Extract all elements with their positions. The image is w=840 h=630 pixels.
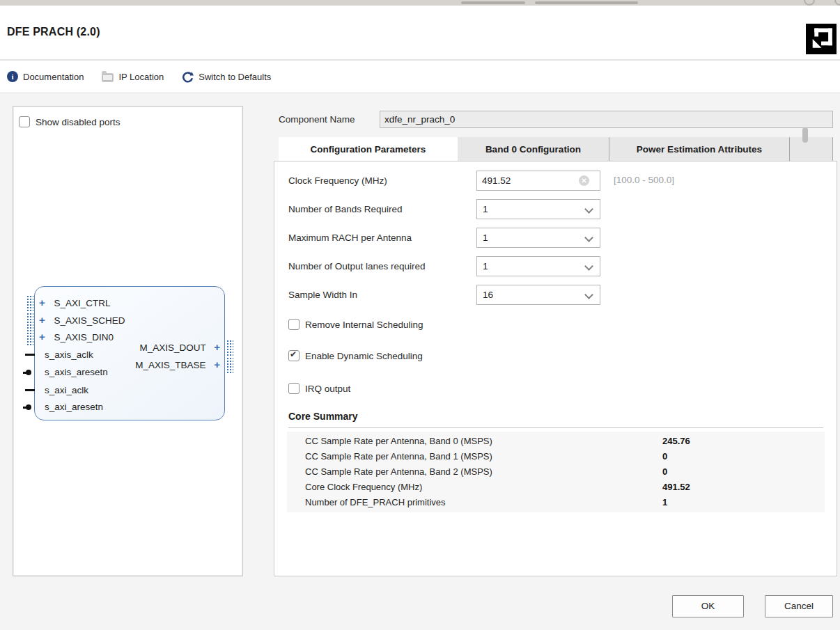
port-label: s_axis_aresetn	[45, 367, 108, 377]
cancel-button[interactable]: Cancel	[765, 595, 833, 617]
port-s-axi-aclk: s_axi_aclk	[45, 384, 88, 397]
bus-port-icon	[226, 339, 233, 356]
tab-configuration-parameters[interactable]: Configuration Parameters	[279, 137, 458, 161]
summary-label: Number of DFE_PRACH primitives	[305, 495, 446, 510]
dialog-header: DFE PRACH (2.0)	[0, 6, 840, 59]
port-s-axis-sched: + S_AXIS_SCHED	[39, 313, 125, 327]
switch-to-defaults-button[interactable]: Switch to Defaults	[182, 71, 271, 83]
enable-dynamic-scheduling-checkbox[interactable]: Enable Dynamic Scheduling	[288, 350, 423, 361]
ip-block-diagram: + S_AXI_CTRL + S_AXIS_SCHED + S_AXIS_DIN…	[34, 286, 225, 420]
summary-label: CC Sample Rate per Antenna, Band 2 (MSPS…	[305, 464, 492, 480]
summary-value: 0	[662, 449, 667, 464]
summary-label: Core Clock Frequency (MHz)	[305, 480, 422, 495]
select-value: 1	[483, 257, 488, 276]
divider	[0, 93, 840, 93]
summary-label: CC Sample Rate per Antenna, Band 0 (MSPS…	[305, 434, 492, 449]
select-value: 1	[483, 228, 488, 247]
port-label: s_axis_aclk	[45, 349, 93, 360]
expand-plus-icon[interactable]: +	[39, 314, 45, 326]
port-m-axis-dout: M_AXIS_DOUT +	[139, 340, 220, 354]
port-s-axis-aclk: s_axis_aclk	[45, 348, 93, 362]
component-name-field[interactable]	[380, 111, 833, 128]
summary-label: CC Sample Rate per Antenna, Band 1 (MSPS…	[305, 449, 492, 464]
select-value: 1	[483, 200, 488, 219]
summary-row: Number of DFE_PRACH primitives 1	[287, 495, 825, 510]
ports-preview-panel: Show disabled ports + S_AXI_CTRL + S_AXI…	[13, 106, 243, 576]
summary-row: CC Sample Rate per Antenna, Band 1 (MSPS…	[287, 449, 825, 464]
tab-scroll-thumb[interactable]	[802, 127, 808, 143]
max-rach-select[interactable]: 1	[476, 228, 600, 248]
port-s-axi-ctrl: + S_AXI_CTRL	[39, 296, 111, 310]
expand-plus-icon[interactable]: +	[39, 297, 45, 308]
chevron-down-icon	[584, 262, 593, 271]
summary-value: 491.52	[662, 480, 690, 495]
port-label: s_axi_aclk	[45, 385, 88, 395]
window-control-button[interactable]	[804, 0, 815, 6]
bands-required-select[interactable]: 1	[476, 199, 600, 219]
switch-to-defaults-label: Switch to Defaults	[199, 72, 271, 82]
show-disabled-ports-label: Show disabled ports	[36, 117, 120, 127]
clock-frequency-range-hint: [100.0 - 500.0]	[614, 175, 674, 185]
port-m-axis-tbase: M_AXIS_TBASE +	[135, 358, 220, 372]
summary-value: 1	[662, 495, 667, 510]
expand-plus-icon[interactable]: +	[214, 341, 220, 353]
output-lanes-select[interactable]: 1	[476, 256, 600, 276]
port-label: M_AXIS_TBASE	[135, 360, 205, 370]
ip-location-button[interactable]: IP Location	[102, 72, 164, 82]
checkbox-label: Remove Internal Scheduling	[305, 320, 423, 330]
tab-band-0-configuration[interactable]: Band 0 Configuration	[458, 137, 609, 161]
info-icon: i	[7, 71, 18, 82]
titlebar-text-smudge	[535, 1, 638, 4]
tab-label: Power Estimation Attributes	[637, 144, 762, 155]
irq-output-checkbox[interactable]: IRQ output	[288, 383, 350, 394]
chevron-down-icon	[584, 205, 593, 214]
clock-frequency-label: Clock Frequency (MHz)	[288, 171, 387, 191]
bus-port-icon	[26, 294, 33, 311]
titlebar-text-smudge	[461, 1, 525, 4]
ok-button[interactable]: OK	[672, 595, 744, 617]
summary-row: CC Sample Rate per Antenna, Band 2 (MSPS…	[287, 464, 825, 480]
remove-internal-scheduling-checkbox[interactable]: Remove Internal Scheduling	[288, 319, 423, 330]
checkbox-icon	[19, 116, 30, 127]
folder-icon	[102, 73, 114, 82]
window-control-button[interactable]	[834, 0, 840, 6]
clock-pin-icon	[25, 389, 35, 391]
checkbox-icon	[288, 383, 300, 394]
bands-required-label: Number of Bands Required	[288, 199, 403, 219]
tab-bar-filler	[790, 137, 833, 161]
port-label: s_axi_aresetn	[45, 402, 103, 412]
clear-input-icon[interactable]: ✕	[579, 175, 589, 186]
max-rach-label: Maximum RACH per Antenna	[288, 228, 412, 248]
chevron-down-icon	[584, 233, 593, 242]
tab-bar: Configuration Parameters Band 0 Configur…	[279, 137, 833, 161]
port-s-axi-aresetn: s_axi_aresetn	[45, 400, 103, 414]
summary-value: 245.76	[662, 434, 690, 449]
core-summary-title: Core Summary	[288, 411, 358, 422]
chevron-down-icon	[584, 290, 593, 299]
refresh-icon	[182, 71, 194, 83]
port-label: M_AXIS_DOUT	[139, 342, 205, 353]
checkbox-label: Enable Dynamic Scheduling	[305, 351, 423, 361]
summary-value: 0	[662, 464, 667, 480]
documentation-button[interactable]: i Documentation	[7, 71, 84, 82]
os-titlebar	[0, 0, 840, 6]
ip-title: DFE PRACH (2.0)	[7, 26, 100, 38]
documentation-label: Documentation	[23, 72, 84, 82]
expand-plus-icon[interactable]: +	[214, 359, 220, 370]
tab-label: Band 0 Configuration	[485, 144, 581, 155]
tab-power-estimation-attributes[interactable]: Power Estimation Attributes	[609, 137, 790, 161]
clock-pin-icon	[25, 354, 35, 356]
reset-pin-icon	[26, 404, 31, 410]
expand-plus-icon[interactable]: +	[39, 331, 45, 342]
checkbox-label: IRQ output	[305, 384, 350, 394]
sample-width-select[interactable]: 16	[476, 285, 600, 305]
reset-pin-icon	[26, 370, 31, 375]
component-name-label: Component Name	[279, 114, 355, 125]
port-label: S_AXIS_SCHED	[54, 315, 125, 326]
core-summary-table: CC Sample Rate per Antenna, Band 0 (MSPS…	[287, 432, 825, 512]
show-disabled-ports-checkbox[interactable]: Show disabled ports	[19, 116, 120, 127]
bus-port-icon	[26, 312, 33, 329]
port-label: S_AXIS_DIN0	[54, 332, 114, 342]
summary-row: Core Clock Frequency (MHz) 491.52	[287, 480, 825, 495]
sample-width-label: Sample Width In	[288, 285, 357, 305]
